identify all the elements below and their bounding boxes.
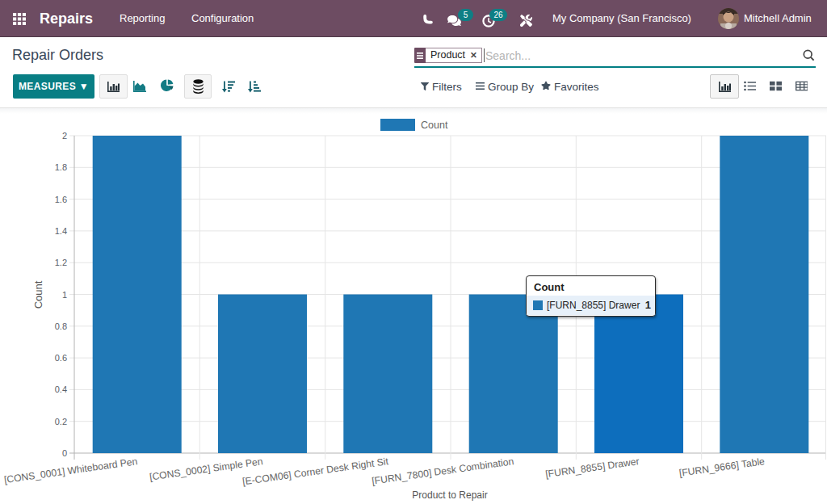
svg-text:Product to Repair: Product to Repair [412,489,487,501]
svg-text:[E-COM06] Corner Desk Right Si: [E-COM06] Corner Desk Right Sit [241,456,389,487]
svg-text:1.8: 1.8 [55,162,67,172]
svg-text:[CONS_0001] Whiteboard Pen: [CONS_0001] Whiteboard Pen [3,456,138,485]
svg-text:0: 0 [62,448,67,458]
svg-text:0.2: 0.2 [55,417,67,426]
svg-text:1.6: 1.6 [55,195,67,204]
svg-text:0.4: 0.4 [55,384,67,394]
svg-text:1: 1 [62,290,67,300]
svg-text:[FURN_9666] Table: [FURN_9666] Table [678,456,766,479]
svg-text:1.4: 1.4 [55,226,67,236]
svg-text:0.8: 0.8 [55,321,67,331]
svg-text:[FURN_7800] Desk Combination: [FURN_7800] Desk Combination [371,456,514,487]
svg-text:1.2: 1.2 [55,258,67,267]
svg-text:Count: Count [32,280,44,309]
svg-text:Count: Count [421,120,448,131]
svg-text:2: 2 [62,131,67,141]
svg-text:[FURN_8855] Drawer: [FURN_8855] Drawer [544,456,640,480]
svg-text:0.6: 0.6 [55,353,67,363]
